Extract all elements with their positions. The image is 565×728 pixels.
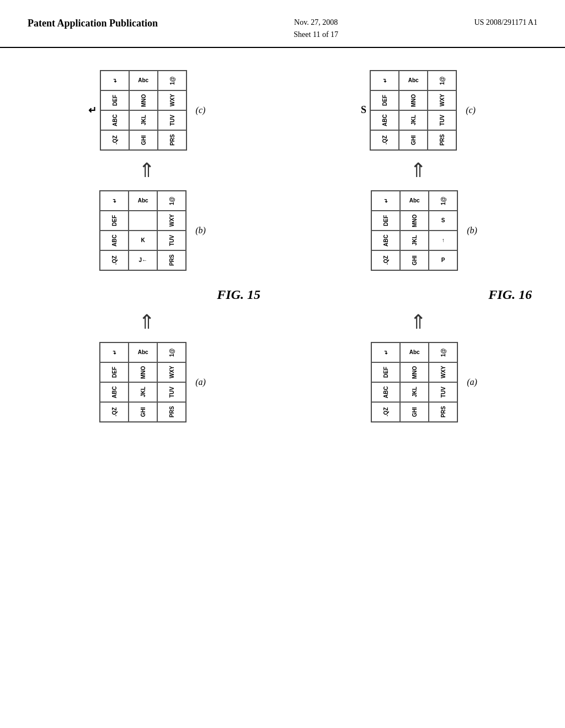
up-arrow-icon: ⇑ <box>138 159 155 182</box>
fig16-title: FIG. 16 <box>488 287 532 302</box>
key: GHI <box>400 402 429 422</box>
key: .QZ <box>100 250 129 270</box>
fig16c-side-label: S <box>361 104 366 116</box>
key: WXY <box>429 362 457 382</box>
key: 1@ <box>157 191 186 211</box>
key: TUV <box>158 110 186 130</box>
arrow-16ba: ⇑ <box>410 311 427 334</box>
key: TUV <box>428 110 456 130</box>
key: ↵ <box>371 342 400 362</box>
key: GHI <box>400 250 429 270</box>
key: PRS <box>158 130 186 150</box>
arrow-16cb: ⇑ <box>410 159 427 182</box>
key: J← <box>129 250 157 270</box>
key: WXY <box>158 90 186 110</box>
fig16b-keyboard: ↵ Abc 1@ DEF MNO S ABC JKL ↑ .QZ GHI P <box>371 190 458 271</box>
fig15c-keyboard: ↵ Abc 1@ DEF MNO WXY ABC JKL TUV .QZ GHI… <box>100 70 187 151</box>
main-content: ↵ ↵ Abc 1@ DEF MNO WXY ABC JKL TUV .QZ G… <box>0 48 565 445</box>
key: ABC <box>371 231 400 250</box>
key: MNO <box>400 362 429 382</box>
key: JKL <box>399 110 428 130</box>
fig16b-wrapper: ↵ ↵ Abc 1@ DEF MNO S ABC JKL ↑ .QZ GHI P… <box>359 190 477 271</box>
up-arrow-icon: ⇑ <box>410 159 427 182</box>
key: Abc <box>129 191 157 211</box>
key: ABC <box>370 110 399 130</box>
sheet-info: Sheet 11 of 17 <box>294 29 338 41</box>
key: Abc <box>400 191 429 211</box>
key <box>129 211 157 231</box>
key: GHI <box>129 130 158 150</box>
fig15c-label: (c) <box>196 105 206 115</box>
fig15-title: FIG. 15 <box>217 287 260 302</box>
key: ↵ <box>100 342 129 362</box>
key: GHI <box>129 402 157 422</box>
key: 1@ <box>429 342 457 362</box>
arrow-15ba: ⇑ <box>138 311 155 334</box>
key: P <box>429 250 457 270</box>
publication-title: Patent Application Publication <box>28 18 158 29</box>
key: .QZ <box>370 130 399 150</box>
key: PRS <box>428 130 456 150</box>
key: JKL <box>129 382 157 402</box>
key: PRS <box>157 402 186 422</box>
key: WXY <box>157 211 186 231</box>
fig16a-label: (a) <box>467 377 477 387</box>
key: ↵ <box>371 191 400 211</box>
key: 1@ <box>429 191 457 211</box>
fig15a-keyboard: ↵ Abc 1@ DEF MNO WXY ABC JKL TUV .QZ GHI… <box>99 342 186 422</box>
fig16c-keyboard: ↵ Abc 1@ DEF MNO WXY ABC JKL TUV .QZ GHI… <box>370 70 457 151</box>
key: K <box>129 231 157 250</box>
key: DEF <box>371 362 400 382</box>
key: WXY <box>428 90 456 110</box>
key: PRS <box>157 250 186 270</box>
key: .QZ <box>371 402 400 422</box>
key: 1@ <box>157 342 186 362</box>
patent-number: US 2008/291171 A1 <box>474 18 537 26</box>
key: 1@ <box>158 71 186 90</box>
key: DEF <box>100 90 129 110</box>
key: TUV <box>157 231 186 250</box>
up-arrow-icon: ⇑ <box>138 311 155 334</box>
header-left: Patent Application Publication <box>28 17 158 30</box>
key: ABC <box>371 382 400 402</box>
key: .QZ <box>100 402 129 422</box>
key: JKL <box>400 382 429 402</box>
fig15c-side-label: ↵ <box>88 104 97 116</box>
pub-date: Nov. 27, 2008 <box>294 17 338 29</box>
key: Abc <box>129 342 157 362</box>
key: PRS <box>429 402 457 422</box>
key: Abc <box>129 71 158 90</box>
fig16c-label: (c) <box>466 105 476 115</box>
fig15b-wrapper: ↵ ↵ Abc 1@ DEF WXY ABC K TUV .QZ J← PRS … <box>88 190 206 271</box>
fig15a-wrapper: ↵ ↵ Abc 1@ DEF MNO WXY ABC JKL TUV .QZ G… <box>88 342 206 422</box>
fig15a-label: (a) <box>195 377 206 387</box>
key: TUV <box>429 382 457 402</box>
arrow-15cb: ⇑ <box>138 159 155 182</box>
key: TUV <box>157 382 186 402</box>
key: WXY <box>157 362 186 382</box>
up-arrow-icon: ⇑ <box>410 311 427 334</box>
key: S <box>429 211 457 231</box>
key: MNO <box>399 90 428 110</box>
key: DEF <box>100 362 129 382</box>
fig15c-wrapper: ↵ ↵ Abc 1@ DEF MNO WXY ABC JKL TUV .QZ G… <box>88 70 206 151</box>
key: DEF <box>371 211 400 231</box>
key: Abc <box>400 342 429 362</box>
key: ABC <box>100 110 129 130</box>
key: 1@ <box>428 71 456 90</box>
key: ↵ <box>100 191 129 211</box>
key: MNO <box>129 90 158 110</box>
key: DEF <box>370 90 399 110</box>
fig16b-label: (b) <box>467 226 477 235</box>
fig16a-keyboard: ↵ Abc 1@ DEF MNO WXY ABC JKL TUV .QZ GHI… <box>371 342 458 422</box>
fig15-column: ↵ ↵ Abc 1@ DEF MNO WXY ABC JKL TUV .QZ G… <box>28 70 266 422</box>
key: MNO <box>129 362 157 382</box>
fig16-column: S ↵ Abc 1@ DEF MNO WXY ABC JKL TUV .QZ G… <box>299 70 537 422</box>
key: Abc <box>399 71 428 90</box>
key: JKL <box>400 231 429 250</box>
fig16a-wrapper: ↵ ↵ Abc 1@ DEF MNO WXY ABC JKL TUV .QZ G… <box>359 342 477 422</box>
key: DEF <box>100 211 129 231</box>
fig16c-wrapper: S ↵ Abc 1@ DEF MNO WXY ABC JKL TUV .QZ G… <box>361 70 476 151</box>
header-right: US 2008/291171 A1 <box>474 17 537 29</box>
key-highlighted: ↑ <box>429 231 457 250</box>
